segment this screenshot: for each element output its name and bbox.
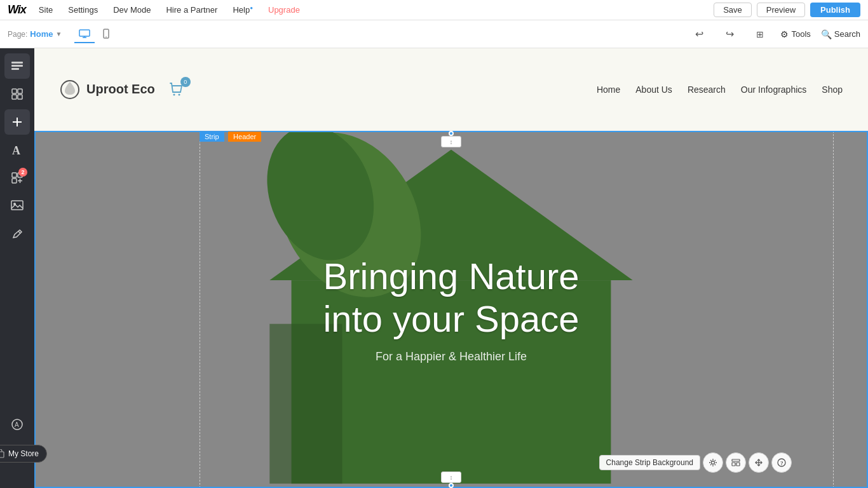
help-menu-item[interactable]: Help● — [230, 5, 255, 15]
wix-logo: Wix — [8, 3, 26, 17]
strip-actions: Change Strip Background ? — [599, 452, 792, 473]
svg-text:?: ? — [780, 460, 783, 466]
nav-about[interactable]: About Us — [635, 85, 672, 95]
hero-title: Bringing Natureinto your Space — [261, 255, 642, 340]
hero-subtitle: For a Happier & Healthier Life — [261, 350, 642, 363]
desktop-view-button[interactable] — [74, 25, 95, 43]
preview-button[interactable]: Preview — [757, 3, 805, 17]
my-store-label: My Store — [8, 449, 39, 458]
publish-button[interactable]: Publish — [810, 3, 860, 17]
hero-section: Bringing Natureinto your Space For a Hap… — [34, 131, 868, 488]
top-bar: Wix Site Settings Dev Mode Hire a Partne… — [0, 0, 868, 20]
strip-label-container: Strip Header — [200, 131, 261, 142]
svg-rect-15 — [12, 173, 17, 177]
canvas-area: Uproot Eco 0 Home About Us Research Our … — [34, 48, 868, 488]
sidebar-item-media[interactable] — [4, 193, 30, 219]
svg-rect-35 — [732, 459, 740, 461]
strip-label-wrapper: Strip Header — [200, 131, 261, 142]
strip-help-button[interactable]: ? — [771, 452, 792, 473]
cart-icon-container[interactable]: 0 — [168, 81, 186, 98]
zoom-fit-button[interactable]: ⊞ — [750, 25, 770, 43]
view-mode-buttons — [74, 25, 116, 43]
drag-dot-top[interactable] — [449, 131, 454, 136]
svg-rect-6 — [11, 65, 23, 67]
sidebar-item-text[interactable]: A — [4, 137, 30, 163]
hire-partner-menu-item[interactable]: Hire a Partner — [163, 5, 220, 15]
svg-rect-10 — [12, 95, 17, 99]
sidebar-item-apps[interactable]: 2 — [4, 165, 30, 191]
settings-menu-item[interactable]: Settings — [65, 5, 100, 15]
resize-handle-bottom[interactable]: ↕ — [441, 471, 461, 483]
svg-rect-17 — [12, 179, 17, 183]
upgrade-menu-item[interactable]: Upgrade — [266, 5, 302, 15]
svg-point-4 — [106, 36, 107, 37]
svg-line-22 — [18, 231, 20, 233]
strip-layout-button[interactable] — [726, 452, 746, 473]
cart-badge: 0 — [180, 77, 191, 87]
my-store-button[interactable]: My Store — [0, 445, 47, 463]
hero-content: Bringing Natureinto your Space For a Hap… — [261, 255, 642, 363]
search-icon: 🔍 — [821, 29, 832, 39]
tools-button[interactable]: ⚙ Tools — [780, 29, 810, 39]
svg-rect-25 — [0, 452, 4, 458]
sidebar-item-design[interactable] — [4, 81, 30, 107]
search-button[interactable]: 🔍 Search — [821, 29, 860, 39]
drag-dot-bottom[interactable] — [449, 483, 454, 488]
resize-handle-top[interactable]: ↕ — [441, 136, 461, 147]
svg-rect-8 — [12, 89, 17, 93]
site-header: Uproot Eco 0 Home About Us Research Our … — [34, 48, 868, 131]
apps-badge: 2 — [18, 168, 27, 177]
sidebar-item-pen[interactable] — [4, 221, 30, 247]
svg-rect-7 — [11, 68, 19, 70]
page-selector[interactable]: Page: Uproot Eco Home ▼ — [8, 29, 62, 39]
nav-shop[interactable]: Shop — [822, 85, 843, 95]
site-logo-text: Uproot Eco — [86, 82, 155, 97]
header-label[interactable]: Header — [228, 132, 261, 142]
svg-rect-11 — [18, 95, 22, 99]
redo-button[interactable]: ↪ — [719, 25, 740, 43]
svg-point-34 — [712, 461, 715, 464]
site-nav: Home About Us Research Our Infographics … — [597, 85, 843, 95]
svg-text:A: A — [15, 421, 19, 428]
second-bar: Page: Uproot Eco Home ▼ ↩ ↪ ⊞ ⚙ Tools — [0, 20, 868, 48]
left-sidebar: A 2 A My Store — [0, 48, 34, 488]
bottom-resize-area: ↕ — [441, 471, 461, 488]
top-bar-right: Save Preview Publish — [714, 3, 860, 17]
site-menu-item[interactable]: Site — [36, 5, 55, 15]
svg-rect-36 — [732, 463, 735, 466]
strip-move-button[interactable] — [749, 452, 769, 473]
save-button[interactable]: Save — [714, 3, 752, 17]
nav-infographics[interactable]: Our Infographics — [741, 85, 807, 95]
search-label: Search — [834, 29, 860, 39]
add-elements-button[interactable] — [4, 109, 30, 135]
tools-label: Tools — [791, 29, 810, 39]
top-resize-area: ↕ — [441, 131, 461, 147]
svg-rect-0 — [79, 30, 90, 36]
undo-button[interactable]: ↩ — [689, 25, 709, 43]
sidebar-item-app-market[interactable]: A — [4, 412, 30, 437]
svg-text:A: A — [12, 144, 20, 156]
nav-research[interactable]: Research — [688, 85, 726, 95]
second-bar-right: ↩ ↪ ⊞ ⚙ Tools 🔍 Search — [689, 25, 860, 43]
site-logo: Uproot Eco — [60, 79, 155, 100]
svg-rect-20 — [11, 201, 23, 210]
svg-rect-9 — [18, 89, 22, 93]
website-preview: Uproot Eco 0 Home About Us Research Our … — [34, 48, 868, 488]
svg-point-28 — [178, 93, 180, 95]
mobile-view-button[interactable] — [96, 25, 116, 43]
sidebar-item-pages[interactable] — [4, 53, 30, 79]
site-logo-icon — [60, 79, 80, 100]
svg-rect-37 — [736, 463, 740, 466]
nav-home[interactable]: Home — [597, 85, 620, 95]
strip-label[interactable]: Strip — [200, 132, 224, 142]
svg-rect-5 — [11, 62, 23, 64]
page-chevron-icon: ▼ — [55, 30, 62, 37]
change-strip-bg-button[interactable]: Change Strip Background — [599, 455, 700, 470]
page-name-home: Home — [30, 29, 53, 39]
dev-mode-menu-item[interactable]: Dev Mode — [111, 5, 153, 15]
tools-icon: ⚙ — [780, 29, 789, 39]
svg-point-27 — [173, 93, 175, 95]
strip-settings-button[interactable] — [703, 452, 723, 473]
page-label-text: Page: — [8, 30, 27, 39]
